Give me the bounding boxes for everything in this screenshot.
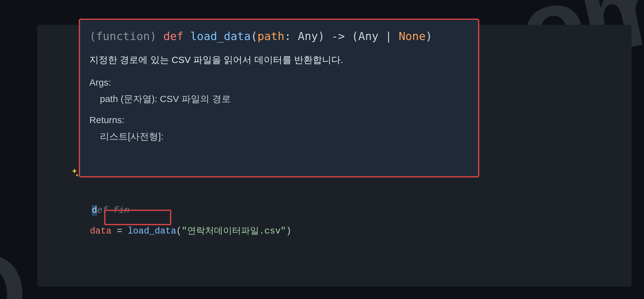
tooltip-returns-title: Returns: (89, 115, 469, 125)
hover-tooltip: (function) def load_data(path: Any) -> (… (79, 19, 479, 177)
variable-data: data (90, 226, 112, 236)
paren: ( (351, 30, 358, 42)
code-line-call[interactable]: data = load_data("연락처데이터파일.csv") (68, 211, 291, 252)
function-call-name: load_data (127, 226, 176, 236)
sparkle-icon (69, 167, 80, 181)
paren: ) (426, 30, 432, 42)
watermark-text: D (0, 224, 38, 299)
return-type: Any (358, 30, 378, 42)
tooltip-kind-label: (function) (89, 30, 157, 42)
keyword-def: def (163, 30, 183, 42)
colon: : (284, 30, 298, 42)
pipe: | (378, 30, 399, 42)
paren-open: ( (176, 226, 181, 236)
tooltip-args-title: Args: (89, 77, 469, 88)
arrow: -> (325, 30, 352, 42)
tooltip-signature: (function) def load_data(path: Any) -> (… (89, 29, 469, 44)
tooltip-args-body: path (문자열): CSV 파일의 경로 (100, 93, 469, 105)
assignment-op: = (111, 226, 127, 236)
paren: ) (318, 30, 325, 42)
tooltip-param-name: path (257, 30, 284, 42)
tooltip-returns-body: 리스트[사전형]: (100, 130, 469, 143)
tooltip-param-type: Any (298, 30, 318, 42)
tooltip-description: 지정한 경로에 있는 CSV 파일을 읽어서 데이터를 반환합니다. (89, 53, 469, 67)
string-literal: "연락처데이터파일.csv" (182, 226, 286, 236)
paren-close: ) (286, 226, 291, 236)
return-type-none: None (399, 30, 426, 42)
paren: ( (251, 30, 257, 42)
tooltip-function-name: load_data (190, 30, 251, 42)
